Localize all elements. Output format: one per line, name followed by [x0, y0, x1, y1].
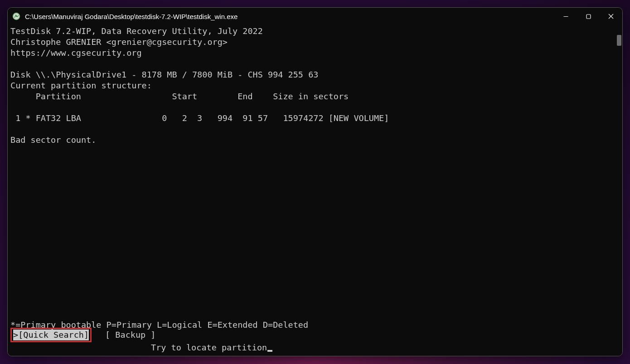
scrollbar-thumb[interactable] — [617, 35, 621, 46]
hint-text: Try to locate partition — [151, 342, 267, 353]
header-line-1: TestDisk 7.2-WIP, Data Recovery Utility,… — [10, 26, 263, 36]
terminal-area[interactable]: TestDisk 7.2-WIP, Data Recovery Utility,… — [8, 25, 622, 356]
app-window: C:\Users\Manuviraj Godara\Desktop\testdi… — [7, 7, 623, 356]
titlebar[interactable]: C:\Users\Manuviraj Godara\Desktop\testdi… — [8, 8, 622, 25]
header-line-2: Christophe GRENIER <grenier@cgsecurity.o… — [10, 37, 228, 47]
columns-header: Partition Start End Size in sectors — [10, 92, 349, 101]
quick-search-highlight: >[Quick Search] — [10, 328, 92, 342]
window-controls — [554, 8, 622, 25]
status-message: Bad sector count. — [10, 135, 96, 145]
menu-quick-search[interactable]: >[Quick Search] — [13, 330, 89, 340]
menu-backup[interactable]: [ Backup ] — [105, 330, 155, 340]
partition-row: 1 * FAT32 LBA 0 2 3 994 91 57 15974272 [… — [10, 113, 389, 123]
terminal-output: TestDisk 7.2-WIP, Data Recovery Utility,… — [10, 26, 620, 146]
minimize-button[interactable] — [554, 8, 577, 25]
hint-row: Try to locate partition — [10, 342, 620, 353]
cursor — [267, 350, 272, 352]
structure-label: Current partition structure: — [10, 81, 152, 90]
svg-rect-2 — [586, 15, 591, 19]
menu-row: >[Quick Search] [ Backup ] — [10, 328, 155, 342]
header-line-3: https://www.cgsecurity.org — [10, 48, 142, 58]
svg-point-1 — [16, 16, 17, 17]
window-title: C:\Users\Manuviraj Godara\Desktop\testdi… — [25, 13, 554, 20]
close-button[interactable] — [600, 8, 622, 25]
disk-info: Disk \\.\PhysicalDrive1 - 8178 MB / 7800… — [10, 70, 318, 79]
app-icon — [12, 12, 20, 20]
maximize-button[interactable] — [577, 8, 600, 25]
